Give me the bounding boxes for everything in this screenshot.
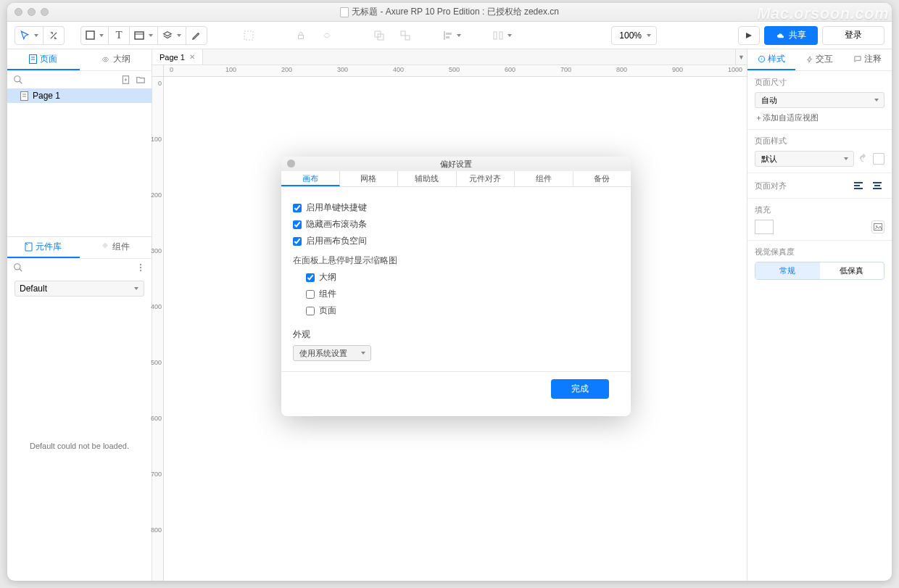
ungroup-tool bbox=[394, 26, 416, 45]
tab-outline[interactable]: 大纲 bbox=[80, 49, 152, 70]
document-tab[interactable]: Page 1✕ bbox=[152, 49, 203, 65]
svg-line-27 bbox=[20, 269, 22, 272]
page-style-select[interactable]: 默认 bbox=[755, 151, 854, 167]
svg-point-26 bbox=[14, 264, 20, 270]
pref-tab-snap[interactable]: 元件对齐 bbox=[457, 171, 515, 186]
svg-rect-13 bbox=[500, 32, 502, 39]
layers-tool[interactable] bbox=[157, 26, 186, 45]
page-size-select[interactable]: 自动 bbox=[755, 92, 884, 108]
distribute-tool bbox=[489, 26, 516, 45]
lib-search-icon[interactable] bbox=[13, 262, 23, 273]
appearance-select[interactable]: 使用系统设置 bbox=[293, 345, 371, 361]
insert-tool[interactable] bbox=[129, 26, 158, 45]
svg-point-17 bbox=[104, 58, 107, 60]
tab-notes[interactable]: 注释 bbox=[844, 49, 892, 70]
add-adaptive-view[interactable]: ＋添加自适应视图 bbox=[755, 112, 884, 123]
library-select[interactable]: Default bbox=[14, 281, 144, 297]
svg-text:i: i bbox=[761, 57, 762, 61]
pref-tab-backup[interactable]: 备份 bbox=[573, 171, 631, 186]
tree-item-page1[interactable]: Page 1 bbox=[7, 88, 152, 103]
svg-rect-1 bbox=[135, 32, 144, 39]
tab-interaction[interactable]: 交互 bbox=[795, 49, 843, 70]
left-panel: 页面 大纲 Page 1 元件库 组件 bbox=[7, 49, 152, 581]
svg-rect-10 bbox=[446, 33, 452, 35]
zoom-select[interactable]: 100% bbox=[611, 26, 657, 45]
lib-menu-icon[interactable] bbox=[136, 262, 146, 273]
svg-line-19 bbox=[20, 81, 22, 84]
page-size-label: 页面尺寸 bbox=[755, 77, 884, 88]
chk-hover-outline[interactable]: 大纲 bbox=[306, 271, 619, 283]
text-tool[interactable]: T bbox=[108, 26, 130, 45]
dialog-title: 偏好设置 bbox=[281, 157, 631, 171]
tab-pages[interactable]: 页面 bbox=[7, 49, 80, 70]
chk-negative-space[interactable]: 启用画布负空间 bbox=[293, 235, 619, 247]
close-window-icon[interactable] bbox=[14, 8, 22, 16]
titlebar: 无标题 - Axure RP 10 Pro Edition : 已授权给 zed… bbox=[7, 3, 892, 22]
tab-components[interactable]: 组件 bbox=[80, 237, 152, 258]
svg-rect-0 bbox=[86, 31, 94, 39]
search-icon[interactable] bbox=[13, 75, 23, 85]
minimize-window-icon[interactable] bbox=[28, 8, 36, 16]
fill-color-swatch[interactable] bbox=[755, 220, 774, 234]
fill-label: 填充 bbox=[755, 204, 771, 215]
chk-hide-scroll[interactable]: 隐藏画布滚动条 bbox=[293, 218, 619, 231]
chk-hover-pages[interactable]: 页面 bbox=[306, 305, 619, 317]
right-panel: i样式 交互 注释 页面尺寸 自动 ＋添加自适应视图 页面样式 默认 页面对齐 bbox=[747, 49, 892, 581]
refresh-icon[interactable] bbox=[858, 154, 869, 164]
add-folder-icon[interactable] bbox=[136, 75, 146, 85]
done-button[interactable]: 完成 bbox=[551, 379, 609, 399]
pen-tool[interactable] bbox=[186, 26, 207, 45]
window-title: 无标题 - Axure RP 10 Pro Edition : 已授权给 zed… bbox=[352, 6, 559, 18]
lock-tool bbox=[290, 26, 312, 45]
svg-rect-3 bbox=[244, 31, 253, 40]
svg-rect-11 bbox=[446, 36, 450, 38]
page-style-label: 页面样式 bbox=[755, 136, 884, 146]
tab-style[interactable]: i样式 bbox=[747, 49, 795, 70]
dialog-close-icon[interactable] bbox=[287, 160, 295, 167]
add-page-icon[interactable] bbox=[121, 75, 131, 85]
svg-point-30 bbox=[140, 270, 141, 271]
svg-rect-12 bbox=[494, 32, 497, 39]
preview-button[interactable] bbox=[738, 26, 760, 45]
connect-tool[interactable] bbox=[43, 26, 65, 45]
ruler-vertical: 0100200300400500600700800 bbox=[152, 77, 164, 581]
svg-rect-8 bbox=[405, 36, 410, 40]
appearance-label: 外观 bbox=[293, 328, 619, 341]
pref-tab-grid[interactable]: 网格 bbox=[340, 171, 399, 186]
toolbar: T 100% 共享 登录 bbox=[7, 22, 892, 49]
page-align-label: 页面对齐 bbox=[755, 181, 787, 191]
align-left-button[interactable] bbox=[851, 179, 866, 192]
shape-tool[interactable] bbox=[80, 26, 109, 45]
hover-thumb-label: 在面板上悬停时显示缩略图 bbox=[293, 254, 619, 267]
pref-tab-canvas[interactable]: 画布 bbox=[281, 171, 340, 186]
align-tool bbox=[439, 26, 465, 45]
tab-widgets[interactable]: 元件库 bbox=[7, 237, 80, 258]
ruler-corner bbox=[152, 65, 164, 77]
library-error: Default could not be loaded. bbox=[7, 442, 152, 450]
svg-rect-7 bbox=[401, 31, 405, 36]
share-button[interactable]: 共享 bbox=[764, 26, 818, 45]
svg-point-28 bbox=[140, 264, 141, 265]
selection-mode-tool[interactable] bbox=[238, 26, 260, 45]
svg-point-18 bbox=[14, 76, 20, 82]
select-tool[interactable] bbox=[14, 26, 44, 45]
close-tab-icon[interactable]: ✕ bbox=[189, 53, 195, 61]
visibility-tool bbox=[316, 26, 338, 45]
style-manage-icon[interactable] bbox=[873, 153, 884, 165]
fidelity-label: 视觉保真度 bbox=[755, 247, 884, 257]
pref-tab-guides[interactable]: 辅助线 bbox=[398, 171, 457, 186]
chk-hover-components[interactable]: 组件 bbox=[306, 288, 619, 300]
svg-point-29 bbox=[140, 267, 141, 268]
chk-single-key[interactable]: 启用单键快捷键 bbox=[293, 202, 619, 214]
ruler-horizontal: 01002003004005006007008009001000 bbox=[164, 65, 747, 77]
group-tool bbox=[368, 26, 390, 45]
fidelity-toggle[interactable]: 常规 低保真 bbox=[755, 262, 884, 280]
preferences-dialog: 偏好设置 画布 网格 辅助线 元件对齐 组件 备份 启用单键快捷键 隐藏画布滚动… bbox=[281, 157, 631, 416]
svg-rect-4 bbox=[299, 35, 304, 38]
login-button[interactable]: 登录 bbox=[822, 26, 884, 45]
zoom-window-icon[interactable] bbox=[41, 8, 49, 16]
fill-image-icon[interactable] bbox=[871, 220, 884, 233]
pref-tab-components[interactable]: 组件 bbox=[515, 171, 573, 186]
tab-dropdown-icon[interactable]: ▼ bbox=[735, 49, 747, 65]
align-center-button[interactable] bbox=[870, 179, 884, 192]
